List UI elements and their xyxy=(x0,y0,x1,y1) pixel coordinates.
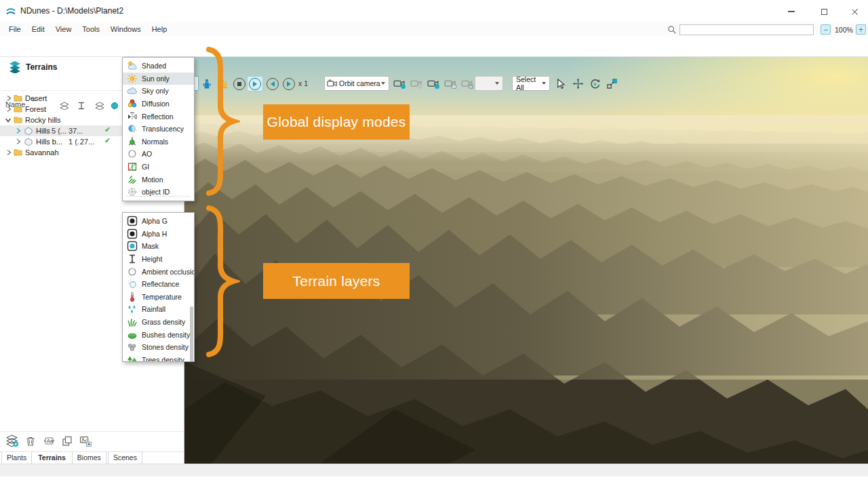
menu-tools[interactable]: Tools xyxy=(77,23,105,35)
layer-option-temperature[interactable]: Temperature xyxy=(123,291,194,304)
menu-help[interactable]: Help xyxy=(146,23,173,35)
move-tool-button[interactable] xyxy=(572,77,585,90)
check-icon: ✔ xyxy=(104,125,111,134)
camera-button-2[interactable] xyxy=(410,77,423,90)
camera-button-3[interactable] xyxy=(427,77,440,90)
tab-scenes[interactable]: Scenes xyxy=(108,452,142,464)
minimize-button[interactable] xyxy=(781,5,802,18)
normals-icon xyxy=(127,136,138,147)
camera-mode-combo[interactable]: Orbit camera xyxy=(324,76,389,91)
camera-record-icon xyxy=(427,78,440,89)
rainfall-icon xyxy=(127,304,138,314)
play-button[interactable] xyxy=(247,76,263,92)
layer-option-bushes-density[interactable]: Bushes density xyxy=(123,328,194,341)
display-mode-option-sun-only[interactable]: Sun only xyxy=(123,73,194,85)
display-mode-option-gi[interactable]: GI xyxy=(123,161,194,174)
camera-settings-icon xyxy=(461,78,474,89)
option-label: Normals xyxy=(142,138,168,146)
menu-file[interactable]: File xyxy=(3,23,26,35)
option-label: Sun only xyxy=(142,75,170,83)
maximize-button[interactable] xyxy=(814,5,834,18)
tab-terrains[interactable]: Terrains xyxy=(33,452,71,464)
display-mode-option-sky-only[interactable]: Sky only xyxy=(123,85,194,98)
layer-option-alpha-g[interactable]: Alpha G xyxy=(123,215,194,228)
menu-view[interactable]: View xyxy=(50,23,77,35)
reflection-icon xyxy=(127,111,138,122)
terrain-size: 27... xyxy=(80,138,94,146)
display-mode-option-translucency[interactable]: Translucency xyxy=(123,123,194,136)
tree-row-label: Hills b... xyxy=(36,138,62,146)
display-mode-option-ao[interactable]: AO xyxy=(123,148,194,161)
layer-option-height[interactable]: Height xyxy=(123,253,194,266)
annotation-brace-terrain-layers xyxy=(202,205,240,358)
option-label: Reflection xyxy=(142,113,174,121)
rename-icon: Aa xyxy=(43,436,56,447)
camera-preset-combo[interactable] xyxy=(475,76,503,91)
chevron-right-icon[interactable] xyxy=(5,95,12,102)
tab-biomes[interactable]: Biomes xyxy=(72,452,106,464)
display-mode-option-normals[interactable]: Normals xyxy=(123,136,194,148)
panel-title: Terrains xyxy=(26,62,57,72)
chevron-right-icon[interactable] xyxy=(5,149,12,156)
layer-option-alpha-h[interactable]: Alpha H xyxy=(123,228,194,241)
tab-plants[interactable]: Plants xyxy=(1,452,32,464)
rotate-icon xyxy=(589,78,601,89)
ao-icon xyxy=(127,148,138,159)
height-icon xyxy=(127,253,138,264)
layer-option-ambient-occlusion[interactable]: Ambient occlusion xyxy=(123,265,194,278)
search-input[interactable] xyxy=(679,24,814,35)
terrains-panel-icon xyxy=(8,60,22,73)
display-mode-option-diffusion[interactable]: Diffusion xyxy=(123,98,194,110)
ambient-occlusion-icon xyxy=(127,266,138,277)
selection-mode-combo[interactable]: Select All xyxy=(512,76,550,91)
layer-option-stones-density[interactable]: Stones density xyxy=(123,341,194,354)
layer-option-rainfall[interactable]: Rainfall xyxy=(123,303,194,316)
layer-option-mask[interactable]: Mask xyxy=(123,240,194,253)
select-tool-button[interactable] xyxy=(555,77,568,90)
zoom-out-button[interactable]: − xyxy=(821,24,831,35)
zoom-level: 100% xyxy=(835,26,853,34)
camera-button-1[interactable] xyxy=(393,77,406,90)
annotation-text: Terrain layers xyxy=(293,273,380,289)
layer-option-grass-density[interactable]: Grass density xyxy=(123,316,194,329)
rotate-tool-button[interactable] xyxy=(589,77,601,90)
scale-tool-button[interactable] xyxy=(606,77,618,90)
display-mode-option-reflection[interactable]: Reflection xyxy=(123,110,194,123)
svg-text:Aa: Aa xyxy=(46,438,53,444)
step-forward-button[interactable] xyxy=(283,78,295,90)
chevron-right-icon[interactable] xyxy=(5,106,12,113)
camera-button-5[interactable] xyxy=(461,77,474,90)
menu-windows[interactable]: Windows xyxy=(105,23,146,35)
close-button[interactable] xyxy=(844,5,865,18)
terrain-count: 5 (... xyxy=(52,127,66,135)
grass-icon xyxy=(127,317,138,327)
mask-icon xyxy=(127,241,138,251)
step-back-button[interactable] xyxy=(267,78,279,90)
display-mode-option-motion[interactable]: Motion xyxy=(123,173,194,186)
step-back-icon xyxy=(271,81,275,87)
option-label: Height xyxy=(142,255,162,263)
chevron-right-icon[interactable] xyxy=(15,127,22,134)
cloud-icon xyxy=(127,85,138,96)
alpha-g-icon xyxy=(127,216,138,226)
add-terrain-button[interactable] xyxy=(5,434,19,448)
option-label: Bushes density xyxy=(142,331,190,339)
folder-icon xyxy=(14,148,22,156)
duplicate-terrain-button[interactable] xyxy=(60,434,74,448)
zoom-in-button[interactable]: + xyxy=(856,24,866,35)
tree-row-label: Desert xyxy=(25,94,47,102)
display-mode-option-shaded[interactable]: Shaded xyxy=(123,60,194,73)
export-terrain-button[interactable] xyxy=(79,434,92,448)
camera-button-4[interactable] xyxy=(444,77,457,90)
option-label: Sky only xyxy=(142,87,169,95)
scrollbar-thumb[interactable] xyxy=(190,306,193,362)
layer-option-trees-density[interactable]: Trees density xyxy=(123,354,194,362)
layer-option-reflectance[interactable]: Reflectance xyxy=(123,278,194,291)
translucency-icon xyxy=(127,123,138,134)
delete-terrain-button[interactable] xyxy=(24,434,37,448)
chevron-right-icon[interactable] xyxy=(15,138,22,145)
terrain-hexagon-icon xyxy=(24,138,33,146)
menu-edit[interactable]: Edit xyxy=(26,23,50,35)
chevron-down-icon[interactable] xyxy=(5,117,12,123)
rename-terrain-button[interactable]: Aa xyxy=(42,434,56,448)
